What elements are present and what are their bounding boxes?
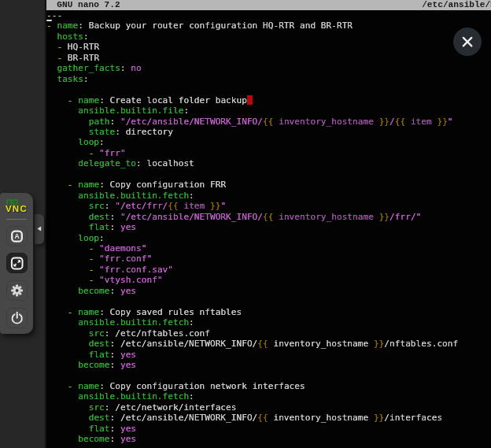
svg-text:A: A xyxy=(14,232,19,240)
